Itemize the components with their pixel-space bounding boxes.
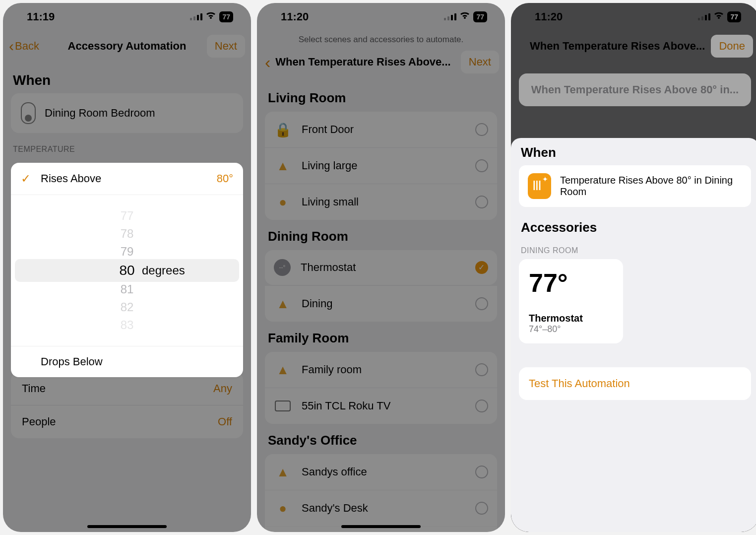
accessory-sandys-desk[interactable]: ● Sandy's Desk xyxy=(265,490,497,526)
wheel-value: 81 xyxy=(121,282,134,296)
when-heading: When xyxy=(521,145,749,160)
wheel-value: 78 xyxy=(121,227,134,241)
next-button[interactable]: Next xyxy=(207,35,245,58)
status-right: 77 xyxy=(190,11,233,22)
status-bar: 11:20 77 xyxy=(511,3,756,31)
home-indicator[interactable] xyxy=(341,525,421,528)
lamp-icon: ▲ xyxy=(274,361,292,379)
bulb-icon: ● xyxy=(274,499,292,517)
drops-below-row[interactable]: Drops Below xyxy=(11,346,243,377)
status-right: 77 xyxy=(444,11,487,22)
living-room-list: 🔒 Front Door ▲ Living large ● Living sma… xyxy=(265,112,497,220)
tv-icon xyxy=(274,397,292,415)
degree-wheel[interactable]: 77 78 79 80 81 82 83 degrees xyxy=(11,195,243,346)
accessory-label: Front Door xyxy=(302,123,354,136)
office-list: ▲ Sandys office ● Sandy's Desk ▢ Sandy's… xyxy=(265,454,497,532)
accessory-living-large[interactable]: ▲ Living large xyxy=(265,147,497,184)
cellular-icon xyxy=(190,13,202,20)
accessories-heading: Accessories xyxy=(521,220,749,235)
accessory-front-door[interactable]: 🔒 Front Door xyxy=(265,112,497,147)
battery-icon: 77 xyxy=(473,11,487,22)
accessory-label: Living large xyxy=(302,159,358,172)
radio-unchecked[interactable] xyxy=(475,159,488,172)
lamp-icon: ▲ xyxy=(274,295,292,313)
next-button[interactable]: Next xyxy=(461,51,499,73)
accessory-label: Living small xyxy=(302,196,359,208)
status-bar: 11:20 77 xyxy=(257,3,505,31)
accessory-living-small[interactable]: ● Living small xyxy=(265,184,497,220)
thermostat-tile[interactable]: 77° Thermostat 74°–80° xyxy=(519,259,623,343)
test-automation-button[interactable]: Test This Automation xyxy=(519,367,751,400)
accessory-label: Thermostat xyxy=(301,261,356,274)
cellular-icon xyxy=(698,13,710,20)
time-label: Time xyxy=(22,382,46,395)
wheel-value: 83 xyxy=(121,318,134,332)
nav-bar: ‹ When Temperature Rises Above... Next xyxy=(257,51,505,81)
lock-icon: 🔒 xyxy=(274,121,292,138)
accessory-family-room[interactable]: ▲ Family room xyxy=(265,352,497,388)
phone-screen-3: 11:20 77 When Temperature Rises Above...… xyxy=(511,3,756,532)
accessory-sandys-office[interactable]: ▲ Sandys office xyxy=(265,454,497,490)
sensor-icon xyxy=(528,173,551,199)
room-heading-office: Sandy's Office xyxy=(268,433,494,448)
wheel-unit: degrees xyxy=(142,264,185,277)
summary-banner[interactable]: When Temperature Rises Above 80° in... xyxy=(519,73,751,106)
nav-title: When Temperature Rises Above... xyxy=(517,40,711,53)
sensor-label: Dining Room Bedroom xyxy=(45,107,155,120)
home-indicator[interactable] xyxy=(87,525,167,528)
thermostat-icon: --° xyxy=(274,259,291,276)
accessory-label: Sandys office xyxy=(302,466,367,478)
wifi-icon xyxy=(459,12,470,22)
accessory-label: 55in TCL Roku TV xyxy=(302,400,390,412)
people-row[interactable]: People Off xyxy=(11,405,243,438)
status-right: 77 xyxy=(698,11,741,22)
phone-screen-1: 11:19 77 ‹ Back Accessory Automation Nex… xyxy=(3,3,251,532)
done-button[interactable]: Done xyxy=(711,35,753,58)
wheel-selected-value: 80 xyxy=(119,263,134,278)
nav-bar: When Temperature Rises Above... Done xyxy=(511,31,756,66)
radio-unchecked[interactable] xyxy=(475,466,488,478)
temperature-section-label: TEMPERATURE xyxy=(13,145,241,154)
drops-below-label: Drops Below xyxy=(41,355,103,368)
bulb-icon: ● xyxy=(274,193,292,211)
lamp-icon: ▲ xyxy=(274,157,292,175)
radio-unchecked[interactable] xyxy=(475,363,488,376)
family-room-list: ▲ Family room 55in TCL Roku TV xyxy=(265,352,497,424)
accessory-tv[interactable]: 55in TCL Roku TV xyxy=(265,388,497,424)
battery-icon: 77 xyxy=(219,11,233,22)
lamp-icon: ▲ xyxy=(274,463,292,481)
dining-room-list: ▲ Dining xyxy=(265,286,497,322)
rises-above-row[interactable]: ✓ Rises Above 80° xyxy=(11,163,243,195)
radio-checked[interactable] xyxy=(475,261,488,274)
options-list: Time Any People Off xyxy=(11,372,243,438)
wheel-value: 79 xyxy=(121,245,134,259)
accessory-label: Sandy's Desk xyxy=(302,502,368,515)
wheel-value: 82 xyxy=(121,300,134,314)
wifi-icon xyxy=(205,12,216,22)
room-heading-living: Living Room xyxy=(268,90,494,106)
temperature-picker: ✓ Rises Above 80° 77 78 79 80 81 82 83 d… xyxy=(11,163,243,377)
status-time: 11:20 xyxy=(535,10,563,23)
status-time: 11:20 xyxy=(281,10,309,23)
when-condition-text: Temperature Rises Above 80° in Dining Ro… xyxy=(560,175,742,198)
phone-screen-2: 11:20 77 Select scenes and accessories t… xyxy=(257,3,505,532)
room-label: DINING ROOM xyxy=(521,246,749,255)
back-button[interactable]: ‹ xyxy=(263,54,272,70)
radio-unchecked[interactable] xyxy=(475,502,488,515)
sensor-tile[interactable]: Dining Room Bedroom xyxy=(11,93,243,133)
radio-unchecked[interactable] xyxy=(475,196,488,208)
cellular-icon xyxy=(444,13,456,20)
radio-unchecked[interactable] xyxy=(475,400,488,412)
automation-summary-panel: When Temperature Rises Above 80° in Dini… xyxy=(511,138,756,532)
radio-unchecked[interactable] xyxy=(475,297,488,310)
accessory-label: Dining xyxy=(302,297,332,310)
battery-icon: 77 xyxy=(727,11,741,22)
accessory-thermostat-selected[interactable]: --° Thermostat xyxy=(265,250,497,285)
radio-unchecked[interactable] xyxy=(475,123,488,136)
people-value: Off xyxy=(218,415,232,428)
time-value: Any xyxy=(213,382,232,395)
checkmark-icon: ✓ xyxy=(21,172,33,186)
accessory-dining[interactable]: ▲ Dining xyxy=(265,286,497,322)
when-condition-card[interactable]: Temperature Rises Above 80° in Dining Ro… xyxy=(519,165,751,207)
people-label: People xyxy=(22,415,56,428)
